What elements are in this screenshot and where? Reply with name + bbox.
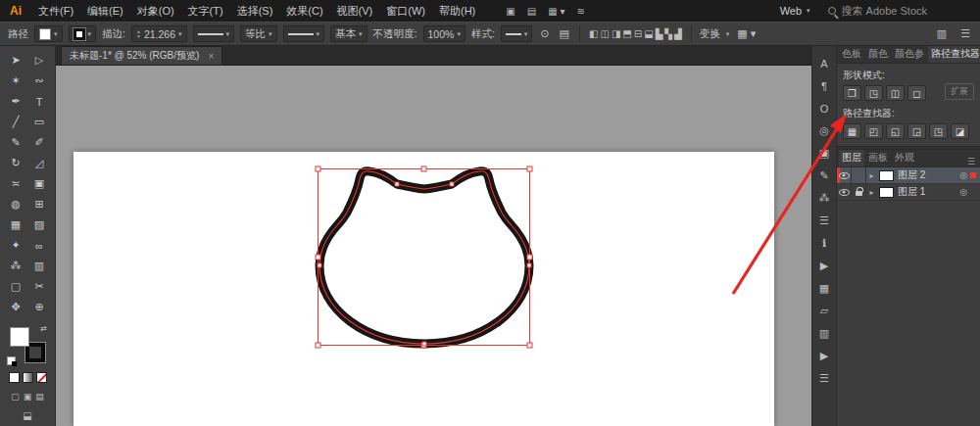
stroke-weight-value[interactable]: 21.266 [144,28,175,40]
layer-thumbnail[interactable] [879,170,894,181]
brush-stroke-dropdown[interactable]: ▾ [283,25,325,42]
artboard-tool-icon[interactable]: ▢ [4,276,27,297]
align-panel-icon[interactable]: ▥ [812,322,836,345]
expand-arrow-icon[interactable]: ▸ [866,171,877,180]
default-fill-stroke-icon[interactable] [7,356,16,365]
artboard[interactable] [74,152,774,426]
width-profile-dropdown[interactable]: 等比▾ [240,25,277,42]
transform-panel-icon[interactable]: ▱ [812,300,836,322]
menu-item[interactable]: 文字(T) [181,4,230,19]
crop-icon[interactable]: ◲ [907,123,926,139]
width-tool-icon[interactable]: ≍ [4,173,27,194]
panel-menu-icon[interactable]: ☰ [964,157,978,166]
menu-item[interactable]: 编辑(E) [80,4,130,19]
layer-name[interactable]: 图层 1 [898,185,956,199]
selection-tool-icon[interactable]: ➤ [4,50,27,71]
slice-tool-icon[interactable]: ✂ [27,276,51,297]
grid-options-icon[interactable]: ▦ ▾ [735,27,758,40]
opacity-field[interactable]: 100%▾ [423,25,466,42]
menu-item[interactable]: 帮助(H) [432,4,482,19]
gradient-button[interactable] [23,372,33,383]
layer-row[interactable]: ▸ 图层 2 ◎ [837,167,980,184]
unite-icon[interactable]: ❒ [843,85,861,101]
stroke-weight-field[interactable]: ▲▼ 21.266 ▾ [131,25,187,42]
recolor-artwork-icon[interactable]: ⊙ [538,27,551,40]
draw-behind-icon[interactable]: ▣ [24,392,32,402]
distribute-center-icon[interactable]: ▚ [663,28,673,39]
align-bottom-icon[interactable]: ⬓ [643,28,654,39]
info-panel-icon[interactable]: ℹ [812,232,836,255]
outline-icon[interactable]: ◳ [929,123,948,139]
rotate-tool-icon[interactable]: ↻ [4,153,27,173]
screen-mode-icon[interactable]: ⬓ [23,410,31,421]
distribute-right-icon[interactable]: ▟ [673,28,683,39]
minus-front-icon[interactable]: ◳ [864,85,883,101]
stroke-profile-dropdown[interactable]: ▾ [193,25,235,42]
layer-row[interactable]: ▸ 图层 1 ◎ [837,184,980,201]
appearance-panel-icon[interactable]: ◎ [812,119,836,142]
brushes-panel-icon[interactable]: ✎ [812,165,836,187]
lock-toggle[interactable] [852,167,866,183]
tab-color[interactable]: 颜色 [865,46,891,63]
align-left-icon[interactable]: ◧ [588,28,599,39]
stock-search-field[interactable]: 搜索 Adobe Stock [822,3,933,20]
tab-artboards[interactable]: 画板 [865,150,891,166]
stroke-panel-icon[interactable]: ☰ [812,210,836,232]
tab-pathfinder[interactable]: 路径查找器 [928,46,980,63]
shape-builder-tool-icon[interactable]: ◍ [4,194,27,214]
menu-item[interactable]: 选择(S) [230,4,280,19]
hand-tool-icon[interactable]: ✥ [4,297,27,317]
trim-icon[interactable]: ◰ [864,123,883,139]
tab-layers[interactable]: 图层 [839,150,864,166]
actions-panel-icon[interactable]: ▶ [812,255,836,277]
lock-toggle[interactable] [852,184,866,200]
gradient-tool-icon[interactable]: ▨ [27,214,51,235]
document-layout-icon[interactable]: ▤ [527,6,536,17]
magic-wand-tool-icon[interactable]: ✶ [4,71,27,91]
document-tab[interactable]: 未标题-1* @ 52% (RGB/预览) × [61,46,222,65]
panel-options-icon[interactable]: ☰ [812,367,836,390]
align-top-icon[interactable]: ⬒ [621,28,632,39]
menu-item[interactable]: 视图(V) [330,4,380,19]
opentype-panel-icon[interactable]: O [812,97,836,119]
gpu-performance-icon[interactable]: ≋ [576,6,584,17]
zoom-tool-icon[interactable]: ⊕ [27,297,51,317]
intersect-icon[interactable]: ◫ [886,85,905,101]
minus-back-icon[interactable]: ◪ [951,123,969,139]
align-center-horizontal-icon[interactable]: ◫ [599,28,610,39]
style-dropdown[interactable]: ▾ [501,25,533,42]
transform-label[interactable]: 变换 [700,27,720,41]
panel-dock-icon[interactable]: ▥ [935,27,949,40]
swap-fill-stroke-icon[interactable]: ⇄ [40,324,47,333]
opacity-value[interactable]: 100% [428,28,455,40]
character-panel-icon[interactable]: A [812,52,836,74]
symbol-sprayer-tool-icon[interactable]: ⁂ [4,256,27,276]
eyedropper-tool-icon[interactable]: ✦ [4,235,27,256]
draw-inside-icon[interactable]: ▤ [35,392,44,402]
target-circle-icon[interactable]: ◎ [956,170,970,180]
distribute-left-icon[interactable]: ▙ [655,28,664,39]
lasso-tool-icon[interactable]: ∾ [27,71,51,91]
exclude-icon[interactable]: ◻ [907,85,926,101]
type-tool-icon[interactable]: T [27,91,51,112]
symbols-panel-icon[interactable]: ⁂ [812,187,836,210]
rectangle-tool-icon[interactable]: ▭ [27,112,51,132]
scale-tool-icon[interactable]: ◿ [27,153,51,173]
color-button[interactable] [9,372,20,383]
pen-tool-icon[interactable]: ✒ [4,91,27,112]
layer-name[interactable]: 图层 2 [898,168,956,182]
menu-item[interactable]: 对象(O) [130,4,181,19]
close-tab-icon[interactable]: × [208,51,214,62]
tab-color-guide[interactable]: 颜色参 [892,46,927,63]
mesh-tool-icon[interactable]: ▦ [4,214,27,235]
perspective-grid-tool-icon[interactable]: ⊞ [27,194,51,214]
tab-appearance[interactable]: 外观 [892,150,917,166]
free-transform-tool-icon[interactable]: ▣ [27,173,51,194]
menu-item[interactable]: 文件(F) [31,4,80,19]
none-button[interactable] [36,372,47,383]
column-graph-tool-icon[interactable]: ▥ [27,256,51,276]
divide-icon[interactable]: ▦ [843,123,861,139]
align-middle-vertical-icon[interactable]: ⊟ [633,28,643,39]
control-panel-menu-icon[interactable]: ☰ [958,27,972,40]
draw-normal-icon[interactable]: ▢ [11,392,20,402]
